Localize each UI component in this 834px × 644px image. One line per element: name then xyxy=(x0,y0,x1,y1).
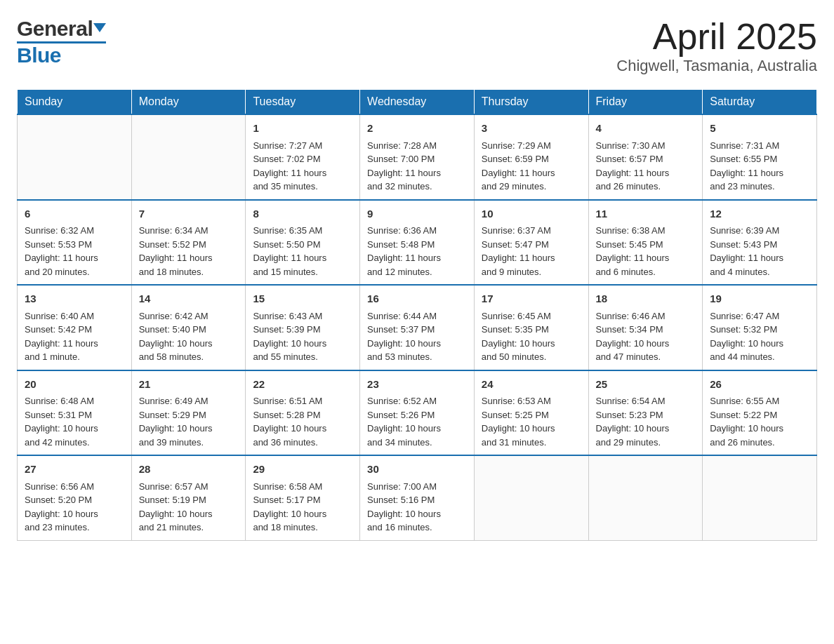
calendar-cell: 10Sunrise: 6:37 AM Sunset: 5:47 PM Dayli… xyxy=(474,200,588,286)
day-number: 8 xyxy=(253,206,352,222)
calendar-cell xyxy=(131,114,246,200)
calendar-cell: 7Sunrise: 6:34 AM Sunset: 5:52 PM Daylig… xyxy=(131,200,246,286)
day-info: Sunrise: 7:27 AM Sunset: 7:02 PM Dayligh… xyxy=(253,139,352,194)
calendar-cell: 27Sunrise: 6:56 AM Sunset: 5:20 PM Dayli… xyxy=(18,455,132,540)
calendar-cell: 4Sunrise: 7:30 AM Sunset: 6:57 PM Daylig… xyxy=(588,114,703,200)
calendar-cell: 2Sunrise: 7:28 AM Sunset: 7:00 PM Daylig… xyxy=(360,114,475,200)
day-info: Sunrise: 7:30 AM Sunset: 6:57 PM Dayligh… xyxy=(596,139,696,194)
day-info: Sunrise: 6:58 AM Sunset: 5:17 PM Dayligh… xyxy=(253,480,352,535)
logo-blue-text: Blue xyxy=(17,43,61,67)
day-number: 18 xyxy=(596,291,696,307)
day-info: Sunrise: 6:53 AM Sunset: 5:25 PM Dayligh… xyxy=(482,394,581,449)
day-number: 9 xyxy=(367,206,467,222)
day-info: Sunrise: 6:51 AM Sunset: 5:28 PM Dayligh… xyxy=(253,394,352,449)
day-info: Sunrise: 6:42 AM Sunset: 5:40 PM Dayligh… xyxy=(139,309,239,364)
day-number: 23 xyxy=(367,377,467,393)
calendar-cell: 15Sunrise: 6:43 AM Sunset: 5:39 PM Dayli… xyxy=(246,285,360,370)
day-info: Sunrise: 6:56 AM Sunset: 5:20 PM Dayligh… xyxy=(25,480,124,535)
day-info: Sunrise: 6:54 AM Sunset: 5:23 PM Dayligh… xyxy=(596,394,696,449)
calendar-cell: 14Sunrise: 6:42 AM Sunset: 5:40 PM Dayli… xyxy=(131,285,246,370)
day-number: 22 xyxy=(253,377,352,393)
calendar-cell xyxy=(703,455,817,540)
day-info: Sunrise: 6:47 AM Sunset: 5:32 PM Dayligh… xyxy=(710,309,809,364)
title-section: April 2025 Chigwell, Tasmania, Australia xyxy=(616,17,817,75)
day-info: Sunrise: 6:48 AM Sunset: 5:31 PM Dayligh… xyxy=(25,394,124,449)
day-number: 17 xyxy=(482,291,581,307)
day-info: Sunrise: 7:28 AM Sunset: 7:00 PM Dayligh… xyxy=(367,139,467,194)
calendar-cell: 24Sunrise: 6:53 AM Sunset: 5:25 PM Dayli… xyxy=(474,370,588,456)
calendar-cell: 9Sunrise: 6:36 AM Sunset: 5:48 PM Daylig… xyxy=(360,200,475,286)
day-number: 2 xyxy=(367,121,467,137)
calendar-cell: 13Sunrise: 6:40 AM Sunset: 5:42 PM Dayli… xyxy=(18,285,132,370)
column-header-saturday: Saturday xyxy=(703,90,817,115)
day-number: 12 xyxy=(710,206,809,222)
calendar-cell: 26Sunrise: 6:55 AM Sunset: 5:22 PM Dayli… xyxy=(703,370,817,456)
calendar-cell: 12Sunrise: 6:39 AM Sunset: 5:43 PM Dayli… xyxy=(703,200,817,286)
calendar-cell: 1Sunrise: 7:27 AM Sunset: 7:02 PM Daylig… xyxy=(246,114,360,200)
day-number: 14 xyxy=(139,291,239,307)
day-number: 7 xyxy=(139,206,239,222)
day-number: 1 xyxy=(253,121,352,137)
day-info: Sunrise: 6:38 AM Sunset: 5:45 PM Dayligh… xyxy=(596,224,696,279)
day-info: Sunrise: 6:43 AM Sunset: 5:39 PM Dayligh… xyxy=(253,309,352,364)
day-number: 16 xyxy=(367,291,467,307)
column-header-sunday: Sunday xyxy=(18,90,132,115)
day-number: 5 xyxy=(710,121,809,137)
day-info: Sunrise: 7:29 AM Sunset: 6:59 PM Dayligh… xyxy=(482,139,581,194)
calendar-cell: 22Sunrise: 6:51 AM Sunset: 5:28 PM Dayli… xyxy=(246,370,360,456)
day-number: 10 xyxy=(482,206,581,222)
day-number: 4 xyxy=(596,121,696,137)
column-header-friday: Friday xyxy=(588,90,703,115)
calendar-table: SundayMondayTuesdayWednesdayThursdayFrid… xyxy=(17,89,817,541)
day-info: Sunrise: 6:32 AM Sunset: 5:53 PM Dayligh… xyxy=(25,224,124,279)
calendar-cell: 19Sunrise: 6:47 AM Sunset: 5:32 PM Dayli… xyxy=(703,285,817,370)
calendar-subtitle: Chigwell, Tasmania, Australia xyxy=(616,57,817,75)
calendar-cell: 30Sunrise: 7:00 AM Sunset: 5:16 PM Dayli… xyxy=(360,455,475,540)
day-number: 30 xyxy=(367,462,467,478)
day-number: 26 xyxy=(710,377,809,393)
day-info: Sunrise: 6:40 AM Sunset: 5:42 PM Dayligh… xyxy=(25,309,124,364)
logo-arrow-icon xyxy=(93,23,106,32)
day-info: Sunrise: 7:00 AM Sunset: 5:16 PM Dayligh… xyxy=(367,480,467,535)
day-info: Sunrise: 6:45 AM Sunset: 5:35 PM Dayligh… xyxy=(482,309,581,364)
day-number: 20 xyxy=(25,377,124,393)
calendar-cell: 3Sunrise: 7:29 AM Sunset: 6:59 PM Daylig… xyxy=(474,114,588,200)
calendar-cell: 17Sunrise: 6:45 AM Sunset: 5:35 PM Dayli… xyxy=(474,285,588,370)
day-info: Sunrise: 7:31 AM Sunset: 6:55 PM Dayligh… xyxy=(710,139,809,194)
calendar-header-row: SundayMondayTuesdayWednesdayThursdayFrid… xyxy=(18,90,817,115)
column-header-wednesday: Wednesday xyxy=(360,90,475,115)
calendar-cell: 21Sunrise: 6:49 AM Sunset: 5:29 PM Dayli… xyxy=(131,370,246,456)
day-number: 24 xyxy=(482,377,581,393)
calendar-cell: 23Sunrise: 6:52 AM Sunset: 5:26 PM Dayli… xyxy=(360,370,475,456)
calendar-week-row: 6Sunrise: 6:32 AM Sunset: 5:53 PM Daylig… xyxy=(18,200,817,286)
day-number: 11 xyxy=(596,206,696,222)
day-info: Sunrise: 6:34 AM Sunset: 5:52 PM Dayligh… xyxy=(139,224,239,279)
day-number: 21 xyxy=(139,377,239,393)
column-header-thursday: Thursday xyxy=(474,90,588,115)
logo-general-text: General xyxy=(17,17,93,41)
page-header: General Blue April 2025 Chigwell, Tasman… xyxy=(17,17,817,75)
day-number: 13 xyxy=(25,291,124,307)
calendar-cell: 8Sunrise: 6:35 AM Sunset: 5:50 PM Daylig… xyxy=(246,200,360,286)
day-info: Sunrise: 6:35 AM Sunset: 5:50 PM Dayligh… xyxy=(253,224,352,279)
day-info: Sunrise: 6:57 AM Sunset: 5:19 PM Dayligh… xyxy=(139,480,239,535)
day-number: 19 xyxy=(710,291,809,307)
calendar-cell: 6Sunrise: 6:32 AM Sunset: 5:53 PM Daylig… xyxy=(18,200,132,286)
day-info: Sunrise: 6:36 AM Sunset: 5:48 PM Dayligh… xyxy=(367,224,467,279)
logo: General Blue xyxy=(17,17,106,67)
day-info: Sunrise: 6:39 AM Sunset: 5:43 PM Dayligh… xyxy=(710,224,809,279)
calendar-week-row: 27Sunrise: 6:56 AM Sunset: 5:20 PM Dayli… xyxy=(18,455,817,540)
day-info: Sunrise: 6:46 AM Sunset: 5:34 PM Dayligh… xyxy=(596,309,696,364)
calendar-week-row: 13Sunrise: 6:40 AM Sunset: 5:42 PM Dayli… xyxy=(18,285,817,370)
day-number: 3 xyxy=(482,121,581,137)
calendar-cell: 28Sunrise: 6:57 AM Sunset: 5:19 PM Dayli… xyxy=(131,455,246,540)
day-number: 15 xyxy=(253,291,352,307)
day-info: Sunrise: 6:55 AM Sunset: 5:22 PM Dayligh… xyxy=(710,394,809,449)
day-number: 29 xyxy=(253,462,352,478)
calendar-week-row: 20Sunrise: 6:48 AM Sunset: 5:31 PM Dayli… xyxy=(18,370,817,456)
calendar-cell: 18Sunrise: 6:46 AM Sunset: 5:34 PM Dayli… xyxy=(588,285,703,370)
day-info: Sunrise: 6:37 AM Sunset: 5:47 PM Dayligh… xyxy=(482,224,581,279)
calendar-title: April 2025 xyxy=(616,17,817,57)
day-info: Sunrise: 6:52 AM Sunset: 5:26 PM Dayligh… xyxy=(367,394,467,449)
calendar-cell xyxy=(588,455,703,540)
